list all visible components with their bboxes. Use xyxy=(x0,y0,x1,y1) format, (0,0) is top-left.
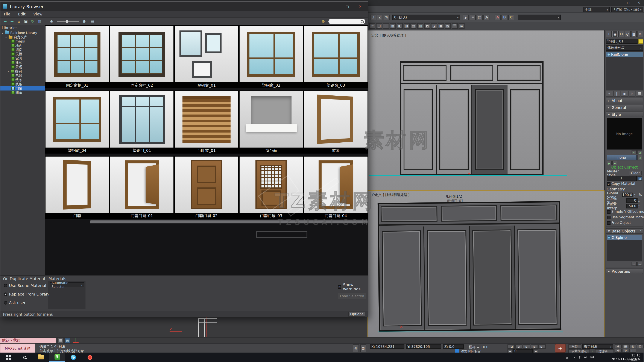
tree-item-selected[interactable]: 门窗 xyxy=(0,86,45,90)
library-item[interactable]: 窗台面 xyxy=(239,90,303,154)
angle-snap-button[interactable]: ∠ xyxy=(377,14,383,20)
library-item[interactable]: 百叶窗_01 xyxy=(174,90,238,154)
slider-handle[interactable] xyxy=(66,20,68,23)
replace-from-library-radio[interactable] xyxy=(4,293,7,296)
zoom-icon[interactable]: ⊕ xyxy=(615,345,622,348)
master-style-pick-button[interactable]: ⊞ xyxy=(637,176,642,181)
maximize-button[interactable]: ▢ xyxy=(342,4,352,9)
library-item[interactable]: 固定窗框_01 xyxy=(45,25,109,88)
load-selected-button[interactable]: Load Selected xyxy=(338,293,366,299)
minimize-button[interactable]: — xyxy=(329,4,340,9)
ask-user-radio[interactable] xyxy=(4,301,7,305)
coord-z-field[interactable]: Z: 0.0 xyxy=(443,345,464,349)
modifier-list-dropdown[interactable]: 修改器列表▾ xyxy=(606,45,643,51)
align-button[interactable]: ≡ xyxy=(470,14,476,20)
rollout-properties[interactable]: ►Properties xyxy=(606,269,643,274)
ribbon-icon[interactable]: ▩ xyxy=(445,23,451,29)
tab-create[interactable]: + xyxy=(606,31,612,37)
taskbar-recorder-button[interactable] xyxy=(82,353,98,362)
style-update-button[interactable]: ▶ xyxy=(612,161,618,165)
library-item[interactable]: 窗套 xyxy=(304,90,368,154)
taskbar-3dsmax-button[interactable]: 3 xyxy=(49,353,65,362)
tree-item[interactable]: 地面 xyxy=(0,43,45,48)
ribbon-icon[interactable]: ◩ xyxy=(424,23,430,29)
pan-icon[interactable]: ✛ xyxy=(615,349,622,353)
tab-display[interactable]: ▦ xyxy=(631,31,637,37)
tree-item[interactable]: ▸案例 xyxy=(0,69,45,73)
layer-manager-button[interactable]: ▤ xyxy=(476,14,482,20)
style-sync-button[interactable]: ▶ xyxy=(607,161,612,165)
maxscript-mini-listener[interactable]: MAXScript 迷你 xyxy=(0,344,35,353)
tree-item[interactable]: 阴角 xyxy=(0,90,45,95)
refresh-icon[interactable]: ↻ xyxy=(30,18,36,24)
viewport-label[interactable]: 定义 ] [默认明暗处理 ] xyxy=(371,33,406,38)
configure-stack-button[interactable]: ☰ xyxy=(636,91,643,96)
tab-utilities[interactable]: ✶ xyxy=(637,31,643,37)
toolbox-button[interactable]: ◔ xyxy=(484,14,490,20)
tree-item[interactable]: 建构 xyxy=(0,60,45,65)
tab-modify[interactable]: ◉ xyxy=(612,31,618,37)
tree-item[interactable]: 家具 xyxy=(0,56,45,60)
library-item[interactable]: 门套 xyxy=(45,156,109,219)
library-item[interactable]: 门套门扇_04 xyxy=(304,156,368,219)
library-titlebar[interactable]: Library Browser — ▢ ✕ xyxy=(0,2,368,11)
mirror-button[interactable]: ◭ xyxy=(463,14,469,20)
simple-y-offset-checkbox[interactable] xyxy=(607,210,610,213)
library-item[interactable]: 塑钢门_01 xyxy=(110,90,174,154)
zoom-extents-icon[interactable]: ◎ xyxy=(630,345,636,348)
ribbon-icon[interactable]: ◨ xyxy=(404,23,410,29)
home-icon[interactable]: ⌂ xyxy=(16,18,22,24)
macro-c-button[interactable]: C xyxy=(508,14,514,20)
ribbon-icon[interactable]: ▦ xyxy=(390,23,396,29)
base-remove-button[interactable]: — xyxy=(637,262,642,266)
tree-item[interactable]: 墙面 xyxy=(0,48,45,52)
ribbon-icon[interactable]: ≋ xyxy=(458,23,464,29)
maximize-viewport-icon[interactable]: ◱ xyxy=(630,349,636,353)
coord-x-field[interactable]: X: 10734.281 xyxy=(370,345,404,349)
scrollbar-thumb[interactable] xyxy=(90,220,368,223)
library-item[interactable]: 塑钢窗_01 xyxy=(174,25,238,88)
coord-y-field[interactable]: Y: 37820.105 xyxy=(406,345,441,349)
make-unique-button[interactable]: ▣ xyxy=(621,91,628,96)
copy-material-checkbox[interactable]: ✓ xyxy=(607,182,610,186)
orbit-icon[interactable]: ↻ xyxy=(622,349,629,353)
next-frame-button[interactable]: |▶ xyxy=(531,345,538,349)
max-minimize-button[interactable]: — xyxy=(613,0,624,5)
named-selection-set-dropdown[interactable]: 0 (默认)▾ xyxy=(392,14,460,20)
file-explorer-button[interactable] xyxy=(33,353,49,362)
tree-item[interactable]: 景观 xyxy=(0,65,45,69)
selection-lock-toggle[interactable]: ⊡ xyxy=(360,345,366,352)
style-picker-button[interactable]: ⊡ xyxy=(637,150,642,154)
close-button[interactable]: ✕ xyxy=(355,4,365,9)
go-to-start-button[interactable]: |◀ xyxy=(508,345,515,349)
play-button[interactable]: ▶ xyxy=(523,345,530,349)
grid-toggle-icon[interactable]: ⊞ xyxy=(64,338,70,344)
curve-steps-input[interactable]: 0 xyxy=(626,198,638,203)
library-item[interactable]: 塑钢窗_02 xyxy=(239,25,303,88)
object-name-field[interactable]: 塑钢门_01 xyxy=(606,39,638,44)
zoom-all-icon[interactable]: ▦ xyxy=(622,345,629,348)
tree-item[interactable]: 线条 xyxy=(0,78,45,82)
tree-item[interactable]: 电器 xyxy=(0,73,45,78)
taskbar-search-button[interactable] xyxy=(16,353,33,362)
pin-stack-button[interactable]: ⌖ xyxy=(606,91,613,96)
isolate-selection-toggle[interactable]: ◎ xyxy=(353,345,359,352)
zoom-region-icon[interactable]: ⊡ xyxy=(637,345,644,348)
layout-icon[interactable]: ▥ xyxy=(36,18,42,24)
style-refresh-button[interactable]: ↻ xyxy=(632,150,637,154)
clear-button[interactable]: Clear xyxy=(629,171,642,175)
style-options-button[interactable]: ◎ xyxy=(637,155,642,160)
spinner[interactable]: ▴▾ xyxy=(638,199,642,202)
ribbon-icon[interactable]: ▤ xyxy=(410,23,416,29)
ribbon-icon[interactable]: ☰ xyxy=(452,23,458,29)
tray-icon[interactable]: ♪ xyxy=(578,355,580,359)
library-item[interactable]: 门套门扇_02 xyxy=(174,156,238,219)
tab-motion[interactable]: ◎ xyxy=(625,31,630,37)
ribbon-icon[interactable]: ⊞ xyxy=(383,23,389,29)
rollout-style[interactable]: ▼Style xyxy=(606,111,643,117)
ribbon-icon[interactable]: ◪ xyxy=(431,23,437,29)
tree-item-railclone-library[interactable]: ▸ Railclone Library xyxy=(0,30,45,35)
ribbon-icon[interactable]: ◧ xyxy=(397,23,403,29)
rollout-general[interactable]: ►General xyxy=(606,105,643,110)
spinner[interactable]: ▴▾ xyxy=(634,193,638,197)
